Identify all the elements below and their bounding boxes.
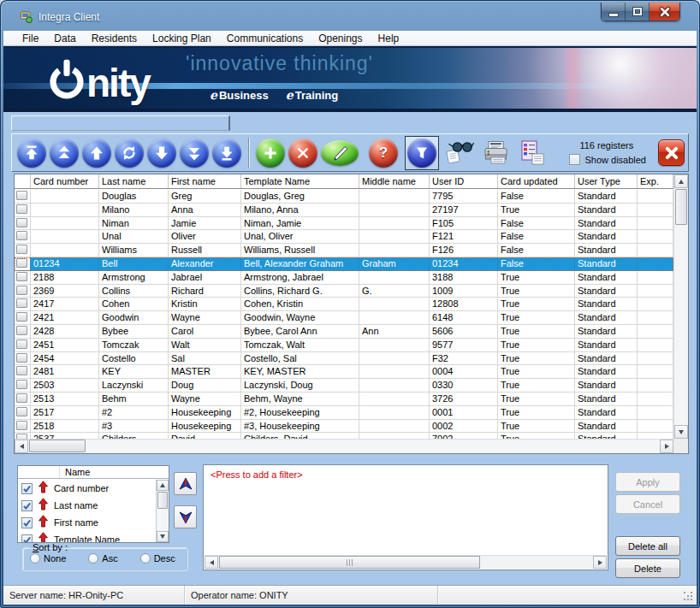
- row-selector-box[interactable]: [16, 393, 27, 403]
- row-selector-box[interactable]: [16, 245, 27, 254]
- sort-radio-none[interactable]: None: [30, 553, 66, 564]
- banner-link-business[interactable]: eBusiness: [210, 88, 269, 102]
- row-selector[interactable]: [15, 311, 31, 325]
- apply-button[interactable]: Apply: [615, 472, 680, 492]
- column-header-selector[interactable]: [15, 174, 31, 188]
- filter-placeholder[interactable]: <Press to add a filter>: [211, 469, 303, 480]
- table-row[interactable]: 2518#3Housekeeping#3, Housekeeping0002Tr…: [15, 420, 673, 434]
- filter-button[interactable]: [405, 136, 439, 170]
- scroll-left-button[interactable]: [15, 440, 28, 453]
- row-selector[interactable]: [15, 325, 31, 339]
- table-row[interactable]: 01234BellAlexanderBell, Alexander Graham…: [15, 257, 673, 271]
- row-selector[interactable]: [15, 406, 31, 420]
- table-row[interactable]: 2421GoodwinWayneGoodwin, Wayne6148TrueSt…: [15, 311, 673, 325]
- add-record-button[interactable]: [256, 139, 285, 168]
- filter-horizontal-scrollbar[interactable]: [205, 555, 607, 569]
- menu-residents[interactable]: Residents: [84, 32, 145, 45]
- row-selector-box[interactable]: [16, 258, 27, 268]
- edit-record-button[interactable]: [321, 140, 359, 166]
- filter-field-row-card-number[interactable]: Card number: [18, 480, 156, 497]
- filter-fields-list[interactable]: Name Card numberLast nameFirst nameTempl…: [17, 465, 169, 543]
- row-selector[interactable]: [15, 190, 31, 204]
- row-selector-box[interactable]: [16, 272, 27, 281]
- column-header-user-id[interactable]: User ID: [430, 174, 498, 188]
- row-selector[interactable]: [15, 433, 31, 439]
- minimize-button[interactable]: [602, 3, 626, 21]
- resize-grip[interactable]: [684, 592, 694, 602]
- preview-button[interactable]: [444, 137, 475, 169]
- sort-radio-asc[interactable]: Asc: [88, 553, 117, 564]
- filter-expression-box[interactable]: <Press to add a filter>: [203, 464, 608, 570]
- field-checkbox[interactable]: [21, 534, 33, 543]
- filter-list-scrollbar[interactable]: [156, 480, 169, 542]
- table-row[interactable]: 2481KEYMASTERKEY, MASTER0004TrueStandard: [15, 365, 673, 379]
- first-record-button[interactable]: [17, 139, 46, 168]
- page-down-button[interactable]: [180, 139, 209, 168]
- show-disabled-checkbox[interactable]: Show disabled: [569, 154, 646, 165]
- row-selector-box[interactable]: [16, 407, 27, 416]
- column-header-exp[interactable]: Exp.: [638, 174, 673, 188]
- row-selector-box[interactable]: [16, 231, 27, 240]
- table-row[interactable]: 2369CollinsRichardCollins, Richard G.G.1…: [15, 285, 673, 298]
- scroll-down-button[interactable]: [674, 425, 688, 439]
- column-header-card-number[interactable]: Card number: [31, 174, 99, 188]
- row-selector[interactable]: [15, 244, 31, 257]
- filter-field-row-template-name[interactable]: Template Name: [18, 531, 156, 542]
- row-selector-box[interactable]: [16, 191, 27, 200]
- delete-all-button[interactable]: Delete all: [615, 536, 680, 556]
- menu-openings[interactable]: Openings: [311, 32, 370, 45]
- table-row[interactable]: 2503LaczynskiDougLaczynski, Doug0330True…: [15, 379, 673, 393]
- filter-field-row-first-name[interactable]: First name: [18, 514, 156, 531]
- filter-scroll-left-button[interactable]: [205, 556, 218, 569]
- row-selector-box[interactable]: [16, 218, 27, 227]
- move-up-button[interactable]: [174, 472, 197, 495]
- banner-link-training[interactable]: eTraining: [286, 88, 338, 102]
- previous-record-button[interactable]: [82, 139, 111, 168]
- filter-scroll-thumb[interactable]: [219, 556, 480, 569]
- column-header-middle-name[interactable]: Middle name: [359, 174, 430, 188]
- table-row[interactable]: 2188ArmstrongJabraelArmstrong, Jabrael31…: [15, 271, 673, 285]
- move-down-button[interactable]: [174, 505, 197, 528]
- table-row[interactable]: 2537ChildersDavidChilders, David7002True…: [15, 433, 673, 439]
- row-selector[interactable]: [15, 352, 31, 366]
- column-header-last-name[interactable]: Last name: [99, 174, 169, 188]
- table-row[interactable]: UnalOliverUnal, OliverF121FalseStandard: [15, 230, 673, 244]
- row-selector[interactable]: [15, 204, 31, 217]
- row-selector-box[interactable]: [16, 286, 27, 295]
- menu-file[interactable]: File: [15, 32, 46, 45]
- row-selector[interactable]: [15, 230, 31, 244]
- scroll-right-button[interactable]: [660, 440, 673, 453]
- field-checkbox[interactable]: [21, 500, 33, 511]
- help-button[interactable]: ?: [369, 139, 398, 168]
- menu-communications[interactable]: Communications: [219, 32, 311, 45]
- table-row[interactable]: 2417CohenKristinCohen, Kristin12808TrueS…: [15, 298, 673, 311]
- row-selector[interactable]: [15, 365, 31, 379]
- toolbar-close-button[interactable]: [658, 139, 685, 166]
- menu-help[interactable]: Help: [371, 32, 407, 45]
- table-row[interactable]: WilliamsRussellWilliams, RussellF126Fals…: [15, 244, 673, 257]
- row-selector-box[interactable]: [16, 339, 27, 349]
- row-selector-box[interactable]: [16, 353, 27, 363]
- field-checkbox[interactable]: [21, 517, 33, 528]
- table-row[interactable]: 2451TomczakWaltTomczak, Walt9577TrueStan…: [15, 339, 673, 352]
- column-header-template-name[interactable]: Template Name: [241, 174, 359, 188]
- column-header-card-updated[interactable]: Card updated: [498, 174, 575, 188]
- delete-record-button[interactable]: [288, 139, 317, 168]
- refresh-button[interactable]: [115, 139, 144, 168]
- scroll-up-button[interactable]: [674, 174, 688, 188]
- table-row[interactable]: 2428BybeeCarolBybee, Carol AnnAnn5606Tru…: [15, 325, 673, 339]
- titlebar[interactable]: Integra Client: [0, 0, 700, 31]
- list-scroll-up-button[interactable]: [157, 480, 169, 491]
- row-selector[interactable]: [15, 271, 31, 285]
- table-row[interactable]: MilanoAnnaMilano, Anna27197TrueStandard: [15, 204, 673, 217]
- row-selector-box[interactable]: [16, 312, 27, 322]
- table-row[interactable]: NimanJamieNiman, JamieF105FalseStandard: [15, 217, 673, 231]
- filter-scroll-right-button[interactable]: [593, 556, 607, 569]
- row-selector[interactable]: [15, 393, 31, 406]
- list-scroll-down-button[interactable]: [157, 531, 169, 542]
- list-scroll-thumb[interactable]: [157, 492, 168, 509]
- menu-data[interactable]: Data: [46, 32, 83, 45]
- filter-field-row-last-name[interactable]: Last name: [18, 497, 156, 514]
- row-selector-box[interactable]: [16, 366, 27, 375]
- row-selector-box[interactable]: [16, 380, 27, 389]
